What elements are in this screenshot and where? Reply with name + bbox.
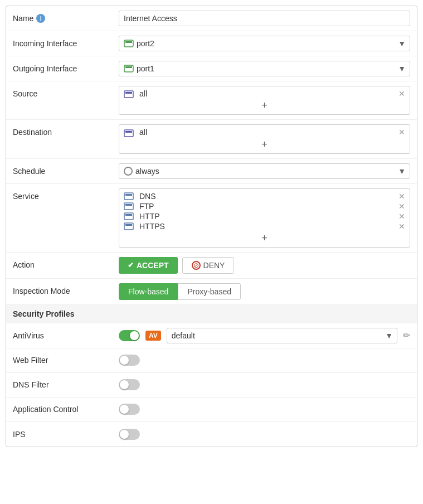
- schedule-select[interactable]: always: [119, 163, 410, 179]
- appcontrol-control: [119, 404, 410, 415]
- info-icon[interactable]: i: [36, 14, 45, 23]
- svg-rect-7: [125, 131, 132, 133]
- svg-rect-6: [124, 130, 133, 137]
- antivirus-toggle[interactable]: [119, 330, 140, 341]
- ips-row: IPS: [6, 422, 417, 447]
- service-icon-dns: [124, 192, 134, 200]
- destination-tag-row-0: all ✕: [124, 128, 405, 137]
- service-https-label: HTTPS: [139, 222, 165, 231]
- security-profiles-header: Security Profiles: [6, 305, 417, 323]
- ips-toggle-thumb: [120, 430, 129, 439]
- schedule-control: always ▼: [119, 163, 410, 179]
- inspection-mode-control: Flow-based Proxy-based: [119, 283, 410, 300]
- appcontrol-toggle-thumb: [120, 405, 129, 414]
- schedule-select-wrapper[interactable]: always ▼: [119, 163, 410, 179]
- service-remove-https[interactable]: ✕: [398, 222, 405, 230]
- accept-button[interactable]: ✔ ACCEPT: [119, 257, 178, 274]
- name-label-text: Name: [13, 14, 33, 23]
- source-label: Source: [13, 86, 119, 98]
- av-select[interactable]: default: [167, 328, 397, 343]
- source-add-btn[interactable]: +: [124, 99, 405, 112]
- proxy-based-button[interactable]: Proxy-based: [178, 283, 241, 300]
- appcontrol-toggle[interactable]: [119, 404, 140, 415]
- destination-tag-label-0: all: [139, 128, 147, 137]
- deny-label: DENY: [203, 261, 225, 270]
- webfilter-label-text: Web Filter: [13, 356, 48, 365]
- incoming-interface-label: Incoming Interface: [13, 36, 119, 48]
- service-tag-row-1: FTP ✕: [124, 202, 405, 211]
- dnsfilter-control: [119, 379, 410, 390]
- action-row: Action ✔ ACCEPT ⊘ DENY: [6, 253, 417, 279]
- service-remove-dns[interactable]: ✕: [398, 192, 405, 200]
- schedule-label-text: Schedule: [13, 167, 45, 176]
- action-label: Action: [13, 257, 119, 269]
- svg-rect-10: [124, 203, 133, 210]
- dnsfilter-row: DNS Filter: [6, 373, 417, 398]
- service-row: Service DNS ✕: [6, 184, 417, 253]
- name-row: Name i: [6, 6, 417, 31]
- accept-check-icon: ✔: [128, 261, 134, 269]
- service-ftp-label: FTP: [139, 202, 154, 211]
- outgoing-label-text: Outgoing Interface: [13, 64, 77, 73]
- webfilter-control: [119, 355, 410, 366]
- service-remove-http[interactable]: ✕: [398, 212, 405, 220]
- appcontrol-label: Application Control: [13, 405, 119, 414]
- inspection-mode-row: Inspection Mode Flow-based Proxy-based: [6, 279, 417, 305]
- incoming-interface-select[interactable]: port2: [119, 36, 410, 51]
- antivirus-control: AV default default ▼ ✏: [119, 328, 410, 343]
- source-control: all ✕ +: [119, 86, 410, 115]
- deny-button[interactable]: ⊘ DENY: [182, 257, 235, 274]
- service-tag-item-dns: DNS: [124, 192, 398, 201]
- service-tag-row-2: HTTP ✕: [124, 212, 405, 221]
- inspection-mode-label: Inspection Mode: [13, 283, 119, 295]
- ips-control: [119, 429, 410, 440]
- svg-rect-3: [125, 66, 132, 68]
- source-net-icon: [124, 90, 134, 98]
- destination-label: Destination: [13, 124, 119, 137]
- appcontrol-label-text: Application Control: [13, 405, 79, 414]
- destination-tag-box: all ✕ +: [119, 124, 410, 153]
- svg-rect-2: [124, 65, 133, 72]
- antivirus-row: AntiVirus AV default default ▼ ✏: [6, 323, 417, 348]
- service-tag-item-ftp: FTP: [124, 202, 398, 211]
- ips-toggle[interactable]: [119, 429, 140, 440]
- deny-circle-icon: ⊘: [192, 261, 201, 270]
- port-icon: [124, 40, 134, 47]
- service-control: DNS ✕ FTP ✕: [119, 188, 410, 248]
- name-input[interactable]: [119, 11, 410, 26]
- flow-based-button[interactable]: Flow-based: [119, 283, 178, 300]
- incoming-value-text: port2: [137, 39, 154, 48]
- schedule-icon: [124, 167, 133, 176]
- source-row: Source all ✕ +: [6, 81, 417, 120]
- av-select-wrapper[interactable]: default default ▼: [167, 328, 397, 343]
- webfilter-toggle-thumb: [120, 356, 129, 365]
- svg-rect-14: [124, 223, 133, 230]
- outgoing-value-text: port1: [137, 64, 154, 73]
- dnsfilter-toggle-thumb: [120, 380, 129, 389]
- service-remove-ftp[interactable]: ✕: [398, 202, 405, 210]
- destination-add-btn[interactable]: +: [124, 138, 405, 151]
- source-tag-label-0: all: [139, 89, 147, 98]
- incoming-interface-select-wrapper[interactable]: port2 ▼: [119, 36, 410, 51]
- security-header-text: Security Profiles: [13, 309, 75, 318]
- service-add-btn[interactable]: +: [124, 232, 405, 244]
- outgoing-interface-select[interactable]: port1: [119, 61, 410, 76]
- dnsfilter-label: DNS Filter: [13, 380, 119, 389]
- outgoing-interface-select-wrapper[interactable]: port1 ▼: [119, 61, 410, 76]
- source-remove-0[interactable]: ✕: [398, 90, 405, 98]
- schedule-label: Schedule: [13, 163, 119, 176]
- appcontrol-row: Application Control: [6, 398, 417, 422]
- webfilter-toggle[interactable]: [119, 355, 140, 366]
- dnsfilter-toggle[interactable]: [119, 379, 140, 390]
- svg-rect-12: [124, 213, 133, 220]
- action-control: ✔ ACCEPT ⊘ DENY: [119, 257, 410, 274]
- antivirus-edit-icon[interactable]: ✏: [403, 330, 410, 341]
- webfilter-label: Web Filter: [13, 356, 119, 365]
- service-label: Service: [13, 188, 119, 201]
- action-group: ✔ ACCEPT ⊘ DENY: [119, 257, 410, 274]
- svg-rect-8: [124, 193, 133, 200]
- destination-remove-0[interactable]: ✕: [398, 128, 405, 136]
- accept-label: ACCEPT: [137, 261, 169, 270]
- outgoing-interface-row: Outgoing Interface port1 ▼: [6, 56, 417, 81]
- destination-control: all ✕ +: [119, 124, 410, 153]
